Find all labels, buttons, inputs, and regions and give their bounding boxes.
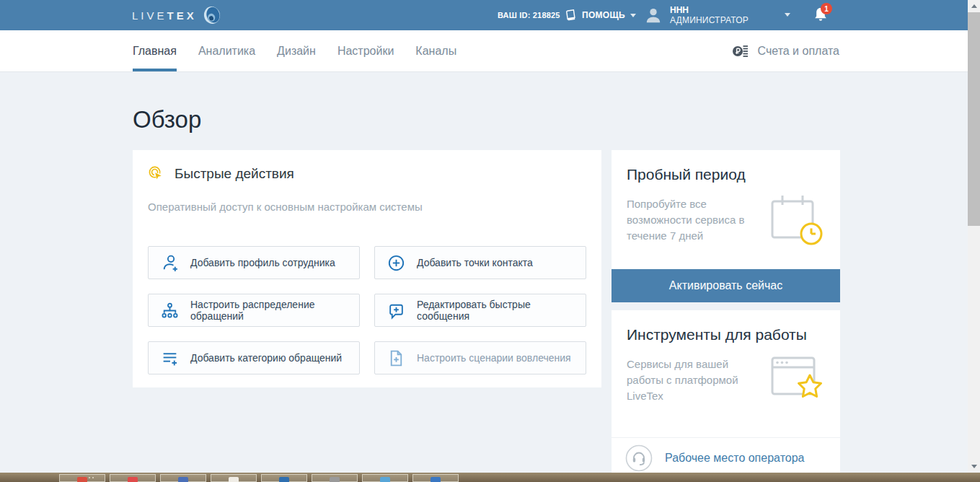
logo-text-tex: TEX [167, 9, 197, 22]
scrollbar-thumb[interactable] [968, 12, 980, 226]
scroll-down-button[interactable] [968, 460, 980, 473]
user-chevron-down-icon[interactable] [785, 13, 790, 17]
notifications-button[interactable]: 1 [812, 6, 836, 27]
operator-workplace-link[interactable]: Рабочее место оператора [612, 437, 840, 473]
headset-icon [625, 444, 653, 472]
add-category-button[interactable]: Добавить категорию обращений [148, 341, 360, 374]
page-title: Обзор [133, 106, 201, 133]
user-name: ННН [670, 5, 749, 15]
file-plus-icon [387, 349, 405, 367]
hierarchy-icon [161, 302, 179, 320]
add-employee-button[interactable]: Добавить профиль сотрудника [148, 246, 360, 279]
main-nav: Главная Аналитика Дизайн Настройки Канал… [0, 30, 968, 72]
plus-circle-icon [387, 254, 405, 272]
browser-star-icon [769, 355, 824, 403]
taskbar-icon[interactable] [59, 474, 105, 482]
help-chevron-down-icon [630, 14, 636, 17]
quick-actions-subtitle: Оперативный доступ к основным настройкам… [148, 201, 423, 213]
taskbar-icon[interactable] [312, 474, 358, 482]
billing-link[interactable]: Счета и оплата [732, 30, 839, 71]
list-plus-icon [161, 349, 179, 367]
tools-description: Сервисы для вашей работы с платформой Li… [627, 356, 756, 404]
trial-title: Пробный период [627, 166, 746, 183]
account-id: ВАШ ID: 218825 [498, 0, 560, 30]
taskbar-icon[interactable] [160, 474, 206, 482]
calendar-clock-icon [768, 192, 824, 247]
work-tools-card: Инструменты для работы Сервисы для вашей… [612, 310, 840, 473]
taskbar-icon[interactable] [362, 474, 408, 482]
cursor-click-icon [148, 165, 164, 182]
app-window: LIVETEX ВАШ ID: 218825 ПОМОЩЬ [0, 0, 980, 482]
billing-label: Счета и оплата [758, 45, 839, 58]
operator-workplace-label: Рабочее место оператора [665, 452, 804, 465]
vertical-scrollbar[interactable] [968, 0, 980, 473]
scroll-down-arrow-icon [971, 465, 977, 468]
setup-distribution-button[interactable]: Настроить распределение обращений [148, 294, 360, 327]
billing-ruble-icon [732, 43, 749, 59]
trial-description: Попробуйте все возможности сервиса в теч… [627, 196, 756, 244]
livetex-logo[interactable]: LIVETEX [132, 0, 221, 30]
help-menu[interactable]: ПОМОЩЬ [565, 0, 636, 30]
user-menu[interactable]: ННН АДМИНИСТРАТОР [644, 0, 749, 30]
quick-actions-title: Быстрые действия [175, 166, 294, 182]
add-contact-points-button[interactable]: Добавить точки контакта [374, 246, 586, 279]
top-bar: LIVETEX ВАШ ID: 218825 ПОМОЩЬ [0, 0, 968, 30]
scroll-up-arrow-icon [971, 4, 977, 8]
taskbar-icon[interactable] [110, 474, 156, 482]
tools-title: Инструменты для работы [627, 326, 807, 343]
quick-actions-card: Быстрые действия Оперативный доступ к ос… [133, 150, 601, 387]
person-plus-icon [161, 254, 179, 272]
logo-text-live: LIVE [132, 9, 167, 22]
help-book-icon [565, 9, 577, 22]
desktop-taskbar-sliver [0, 473, 980, 482]
taskbar-icon[interactable] [211, 474, 257, 482]
activate-now-button[interactable]: Активировать сейчас [612, 269, 840, 302]
taskbar-icon[interactable] [412, 474, 459, 482]
trial-period-card: Пробный период Попробуйте все возможност… [612, 150, 840, 302]
user-role: АДМИНИСТРАТОР [670, 15, 749, 25]
scroll-up-button[interactable] [968, 0, 980, 12]
setup-engagement-scenarios-button[interactable]: Настроить сценарии вовлечения [374, 341, 586, 374]
notification-badge: 1 [821, 3, 832, 14]
taskbar-icon[interactable] [261, 474, 307, 482]
edit-quick-messages-button[interactable]: Редактировать быстрые сообщения [374, 294, 586, 327]
help-label: ПОМОЩЬ [582, 10, 625, 20]
tab-main[interactable]: Главная [133, 30, 177, 71]
chat-plus-icon [387, 302, 405, 320]
livetex-logo-icon [203, 6, 221, 25]
tab-design[interactable]: Дизайн [277, 30, 316, 71]
tab-analytics[interactable]: Аналитика [198, 30, 255, 71]
user-avatar-icon [644, 6, 663, 25]
tab-settings[interactable]: Настройки [337, 30, 394, 71]
tab-channels[interactable]: Каналы [415, 30, 456, 71]
